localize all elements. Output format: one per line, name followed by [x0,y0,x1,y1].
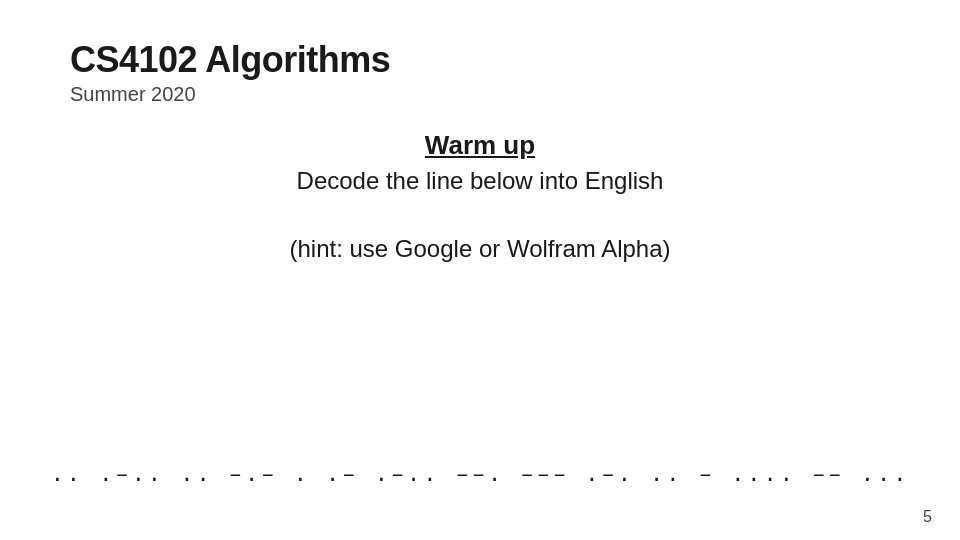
slide-container: CS4102 Algorithms Summer 2020 Warm up De… [0,0,960,540]
morse-code: .. .–.. .. –.– . .– .–.. ––. ––– .–. .. … [0,463,960,488]
page-number: 5 [923,508,932,526]
warm-up-label: Warm up [425,130,535,161]
content-section: Warm up Decode the line below into Engli… [0,130,960,263]
decode-text: Decode the line below into English [297,167,664,195]
subtitle: Summer 2020 [70,83,390,106]
main-title: CS4102 Algorithms [70,38,390,81]
title-section: CS4102 Algorithms Summer 2020 [70,38,390,106]
hint-text: (hint: use Google or Wolfram Alpha) [289,235,670,263]
